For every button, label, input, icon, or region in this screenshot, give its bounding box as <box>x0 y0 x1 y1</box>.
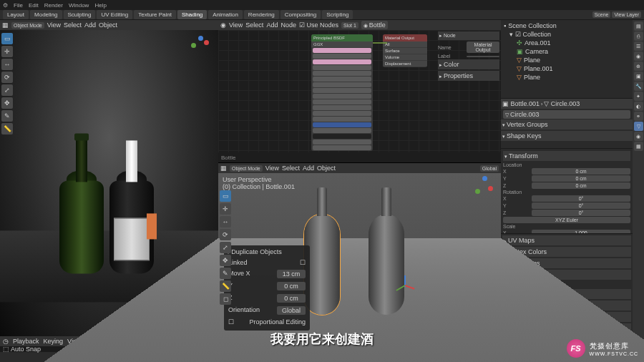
axis-y-icon[interactable] <box>475 189 480 194</box>
scene-tab-icon[interactable]: ◉ <box>634 52 643 61</box>
tab-texpaint[interactable]: Texture Paint <box>134 10 176 19</box>
outliner-collection[interactable]: ▾ ☑ Collection <box>502 30 631 39</box>
outliner-item[interactable]: ▣ Camera <box>502 47 631 56</box>
axis-z-icon[interactable] <box>482 176 487 181</box>
mesh-tab[interactable]: ▽ Circle.003 <box>544 100 580 107</box>
tab-modeling[interactable]: Modeling <box>30 10 62 19</box>
transform-tool[interactable]: ✥ <box>220 255 231 266</box>
cursor-tool[interactable]: ✛ <box>220 203 231 215</box>
rotmode-field[interactable]: XYZ Euler <box>503 217 630 223</box>
orientation-selector[interactable]: Global <box>480 165 499 172</box>
outliner-root[interactable]: ▪ Scene Collection <box>502 21 631 30</box>
tab-rendering[interactable]: Rendering <box>244 10 279 19</box>
editor-type-icon[interactable]: ▦ <box>2 21 9 29</box>
node-sidebar-header[interactable]: ▸ Node <box>438 31 499 40</box>
rotate-tool[interactable]: ⟳ <box>220 229 231 240</box>
v3-menu-object[interactable]: Object <box>317 165 336 172</box>
v3-menu-add[interactable]: Add <box>303 165 314 172</box>
select-tool[interactable]: ▭ <box>1 33 13 44</box>
principled-bsdf-node[interactable]: Principled BSDF GGX <box>311 34 373 151</box>
loc-x-field[interactable]: 0 cm <box>532 168 630 175</box>
outliner[interactable]: ▪ Scene Collection ▾ ☑ Collection ✣ Area… <box>501 20 633 99</box>
scene-selector[interactable]: Scene <box>592 11 611 18</box>
prop-edit-checkbox[interactable]: ☐ <box>228 318 234 326</box>
rot-y-field[interactable]: 0° <box>532 202 630 209</box>
editor-type-icon[interactable]: ◉ <box>220 21 226 29</box>
object-tab-icon[interactable]: ▣ <box>634 72 643 81</box>
scale-tool[interactable]: ⤢ <box>1 84 13 96</box>
outliner-item[interactable]: ✣ Area.001 <box>502 39 631 47</box>
transform-gizmo[interactable] <box>394 265 415 286</box>
outliner-item[interactable]: ▽ Plane <box>502 73 631 82</box>
viewlayer-selector[interactable]: View Layer <box>612 11 641 18</box>
output-tab-icon[interactable]: ⎙ <box>634 31 643 41</box>
editor-type-icon[interactable]: ▦ <box>220 165 227 172</box>
move-z-field[interactable]: 0 cm <box>277 294 306 303</box>
solid-viewport[interactable]: User Perspective(0) Collection | Bottle.… <box>218 173 501 336</box>
nav-gizmo[interactable] <box>188 36 213 60</box>
tab-animation[interactable]: Animation <box>208 10 243 19</box>
sh-menu-view[interactable]: View <box>229 21 243 29</box>
vertex-groups-section[interactable]: ▾ Vertex Groups <box>501 119 633 129</box>
rot-z-field[interactable]: 0° <box>532 210 630 216</box>
loc-z-field[interactable]: 0 cm <box>532 182 630 189</box>
transform-section[interactable]: ▾ Transform <box>503 151 630 161</box>
use-nodes-toggle[interactable]: ☑ Use Nodes <box>299 21 338 29</box>
mode-selector[interactable]: Object Mode <box>11 22 44 29</box>
material-selector[interactable]: ◉ Bottle <box>361 21 388 29</box>
annotate-tool[interactable]: ✎ <box>1 110 13 122</box>
tab-layout[interactable]: Layout <box>3 10 29 19</box>
nav-gizmo[interactable] <box>472 176 497 200</box>
uv-maps-section[interactable]: ▸ UV Maps <box>502 235 631 245</box>
tab-compositing[interactable]: Compositing <box>280 10 321 19</box>
addcube-tool[interactable]: ◻ <box>220 293 231 305</box>
axis-z-icon[interactable] <box>198 36 203 41</box>
outliner-item[interactable]: ▽ Plane.001 <box>502 64 631 73</box>
axis-x-icon[interactable] <box>488 186 493 191</box>
render-tab-icon[interactable]: ▤ <box>634 21 643 31</box>
menu-render[interactable]: Render <box>44 2 63 9</box>
loc-y-field[interactable]: 0 cm <box>532 175 630 182</box>
sh-menu-add[interactable]: Add <box>266 21 278 29</box>
annotate-tool[interactable]: ✎ <box>220 268 231 279</box>
node-name-field[interactable]: Material Output <box>467 41 499 53</box>
v3-menu-select[interactable]: Select <box>282 165 300 172</box>
transform-tool[interactable]: ✥ <box>1 97 13 109</box>
outliner-item[interactable]: ▽ Plane <box>502 56 631 64</box>
select-tool[interactable]: ▭ <box>220 190 231 202</box>
mode-selector[interactable]: Object Mode <box>230 165 263 172</box>
props-section[interactable]: ▸ Properties <box>438 71 499 81</box>
physics-tab-icon[interactable]: ◐ <box>634 102 643 111</box>
material-tab-icon[interactable]: ◉ <box>634 132 643 141</box>
world-tab-icon[interactable]: ⊕ <box>634 62 643 71</box>
sh-menu-node[interactable]: Node <box>280 21 296 29</box>
axis-x-icon[interactable] <box>204 40 209 45</box>
texture-tab-icon[interactable]: ▦ <box>634 142 643 151</box>
move-x-field[interactable]: 13 cm <box>277 270 306 278</box>
menu-edit[interactable]: Edit <box>29 2 39 9</box>
tab-scripting[interactable]: Scripting <box>322 10 353 19</box>
measure-tool[interactable]: 📏 <box>1 123 13 134</box>
move-tool[interactable]: ↔ <box>1 59 13 70</box>
tl-keying[interactable]: Keying <box>44 338 64 345</box>
tab-sculpting[interactable]: Sculpting <box>64 10 96 19</box>
menu-window[interactable]: Window <box>69 2 89 9</box>
tl-playback[interactable]: Playback <box>13 338 39 345</box>
axis-y-icon[interactable] <box>191 43 196 48</box>
tab-shading[interactable]: Shading <box>177 10 207 19</box>
node-label-field[interactable] <box>467 56 499 57</box>
mesh-name-field[interactable]: ▽ Circle.003 <box>503 110 630 119</box>
sh-menu-select[interactable]: Select <box>245 21 263 29</box>
material-output-node[interactable]: Material Output All Surface Volume Displ… <box>383 34 427 67</box>
obj-tab[interactable]: ▣ Bottle.001 <box>502 100 540 107</box>
move-y-field[interactable]: 0 cm <box>277 282 306 290</box>
tab-uv[interactable]: UV Editing <box>97 10 132 19</box>
particles-tab-icon[interactable]: ✦ <box>634 92 643 101</box>
editor-type-icon[interactable]: ◷ <box>3 338 9 345</box>
linked-checkbox[interactable]: ☐ <box>300 259 306 266</box>
viewlayer-tab-icon[interactable]: ☰ <box>634 41 643 51</box>
base-color-input[interactable] <box>313 48 371 53</box>
move-tool[interactable]: ↔ <box>220 216 231 228</box>
vp-menu-view[interactable]: View <box>47 21 61 29</box>
operator-redo-panel[interactable]: ▾ Duplicate Objects Linked☐ Move X13 cm … <box>224 245 310 331</box>
